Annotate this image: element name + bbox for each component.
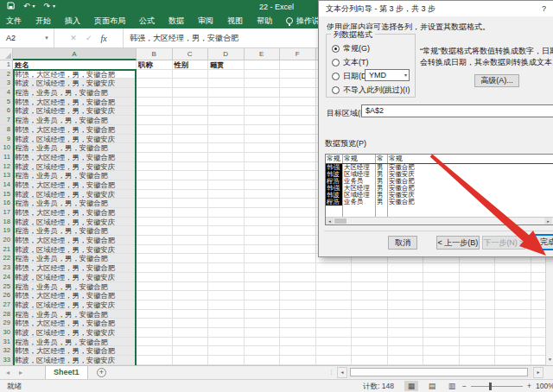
cell-M25[interactable] <box>531 282 546 292</box>
cell-F27[interactable] <box>280 300 316 310</box>
cell-A29[interactable]: 韩强，大区经理，男，安徽合肥 <box>13 319 137 328</box>
cell-I25[interactable] <box>388 282 424 292</box>
cell-H28[interactable] <box>352 310 388 319</box>
cell-B11[interactable] <box>137 153 173 162</box>
preview-cell[interactable]: 业务员 <box>343 178 376 185</box>
preview-cell[interactable]: 安徽合肥 <box>388 164 553 171</box>
row-header-12[interactable]: 12 <box>0 162 13 172</box>
cell-B1[interactable]: 职称 <box>137 60 173 70</box>
cell-F15[interactable] <box>280 190 316 199</box>
cell-D28[interactable] <box>208 310 245 319</box>
preview-cell[interactable]: 安徽安庆 <box>388 171 553 178</box>
cell-D33[interactable] <box>208 356 245 365</box>
formula-bar-value[interactable]: 韩强，大区经理，男，安徽合肥 <box>130 28 238 47</box>
cell-D10[interactable] <box>208 143 245 153</box>
horizontal-scrollbar-thumb[interactable] <box>350 368 528 376</box>
radio-text[interactable]: 文本(T) <box>332 57 369 68</box>
cell-A21[interactable]: 韩波，区域经理，男，安徽安庆 <box>13 245 137 255</box>
cell-B2[interactable] <box>137 70 173 79</box>
cell-D11[interactable] <box>208 153 245 162</box>
preview-scroll-left-icon[interactable]: ◂ <box>326 218 334 224</box>
cell-E9[interactable] <box>245 135 281 144</box>
preview-scroll-right-icon[interactable]: ▸ <box>544 218 552 224</box>
cell-C4[interactable] <box>173 88 209 98</box>
ribbon-tab-4[interactable]: 公式 <box>139 16 155 27</box>
cell-A1[interactable]: 姓名 <box>13 60 137 70</box>
cell-L33[interactable] <box>495 356 531 365</box>
cell-E5[interactable] <box>245 98 281 107</box>
cell-F12[interactable] <box>280 162 316 172</box>
cell-C31[interactable] <box>173 338 209 347</box>
cell-E20[interactable] <box>245 236 281 245</box>
cell-I27[interactable] <box>388 300 424 310</box>
row-header-19[interactable]: 19 <box>0 226 13 236</box>
row-header-33[interactable]: 33 <box>0 356 13 365</box>
next-button[interactable]: 下一步(N) > <box>482 236 525 250</box>
cell-F24[interactable] <box>280 273 316 282</box>
ribbon-tab-6[interactable]: 审阅 <box>198 16 213 27</box>
ribbon-tab-7[interactable]: 视图 <box>227 16 243 27</box>
cell-B25[interactable] <box>137 282 173 292</box>
cell-C1[interactable]: 性别 <box>173 60 209 70</box>
cell-A32[interactable]: 韩强，大区经理，男，安徽合肥 <box>13 346 137 356</box>
cell-D13[interactable] <box>208 171 245 180</box>
cell-J27[interactable] <box>423 300 460 310</box>
cell-I29[interactable] <box>388 319 424 328</box>
cell-F8[interactable] <box>280 125 316 135</box>
cell-F4[interactable] <box>280 88 316 98</box>
destination-input[interactable]: $A$2 <box>361 104 553 117</box>
row-header-30[interactable]: 30 <box>0 328 13 338</box>
cell-B14[interactable] <box>137 180 173 190</box>
cell-A14[interactable]: 韩强，大区经理，男，安徽合肥 <box>13 180 137 190</box>
cell-A19[interactable]: 程浩，业务员，男，安徽合肥 <box>13 226 137 236</box>
row-header-27[interactable]: 27 <box>0 300 13 310</box>
cell-D14[interactable] <box>208 180 245 190</box>
cell-F29[interactable] <box>280 319 316 328</box>
cancel-entry-icon[interactable]: ✕ <box>70 34 77 42</box>
cell-B12[interactable] <box>137 162 173 172</box>
cell-B4[interactable] <box>137 88 173 98</box>
zoom-level[interactable]: 100% <box>536 382 553 390</box>
cell-D29[interactable] <box>208 319 245 328</box>
select-all-corner[interactable] <box>0 48 13 60</box>
cell-B29[interactable] <box>137 319 173 328</box>
preview-hscrollbar[interactable]: ◂ ▸ <box>326 217 553 224</box>
cell-G24[interactable] <box>316 273 353 282</box>
zoom-slider-thumb[interactable] <box>489 383 492 390</box>
cell-B30[interactable] <box>137 328 173 338</box>
cell-J33[interactable] <box>423 356 460 365</box>
cell-C6[interactable] <box>173 106 209 116</box>
cell-D17[interactable] <box>208 208 245 218</box>
cell-D27[interactable] <box>208 300 245 310</box>
cell-D9[interactable] <box>208 135 245 144</box>
cell-D1[interactable]: 籍贯 <box>208 60 245 70</box>
cell-E3[interactable] <box>245 79 281 88</box>
cell-A26[interactable]: 韩强，大区经理，男，安徽合肥 <box>13 291 137 300</box>
cell-G23[interactable] <box>316 263 353 273</box>
row-header-17[interactable]: 17 <box>0 208 13 218</box>
cell-C13[interactable] <box>173 171 209 180</box>
preview-cell[interactable]: 男 <box>376 164 388 171</box>
cell-H24[interactable] <box>352 273 388 282</box>
cell-A4[interactable]: 程浩，业务员，男，安徽合肥 <box>13 88 137 98</box>
cell-J23[interactable] <box>423 263 460 273</box>
cell-C5[interactable] <box>173 98 209 107</box>
cell-B23[interactable] <box>137 263 173 273</box>
cell-H29[interactable] <box>352 319 388 328</box>
column-header-E[interactable]: E <box>245 48 281 60</box>
cell-F11[interactable] <box>280 153 316 162</box>
cell-C17[interactable] <box>173 208 209 218</box>
preview-cell[interactable]: 业务员 <box>343 199 376 205</box>
ribbon-tab-2[interactable]: 插入 <box>65 16 80 27</box>
cell-F7[interactable] <box>280 116 316 125</box>
cell-A25[interactable]: 程浩，业务员，男，安徽合肥 <box>13 282 137 292</box>
cell-D25[interactable] <box>208 282 245 292</box>
cell-E4[interactable] <box>245 88 281 98</box>
cell-A16[interactable]: 程浩，业务员，男，安徽合肥 <box>13 199 137 208</box>
preview-cell[interactable]: 男 <box>376 199 388 205</box>
cell-A7[interactable]: 程浩，业务员，男，安徽合肥 <box>13 116 137 125</box>
cell-F9[interactable] <box>280 135 316 144</box>
cell-K26[interactable] <box>460 291 496 300</box>
cell-F18[interactable] <box>280 218 316 227</box>
cell-K30[interactable] <box>460 328 496 338</box>
